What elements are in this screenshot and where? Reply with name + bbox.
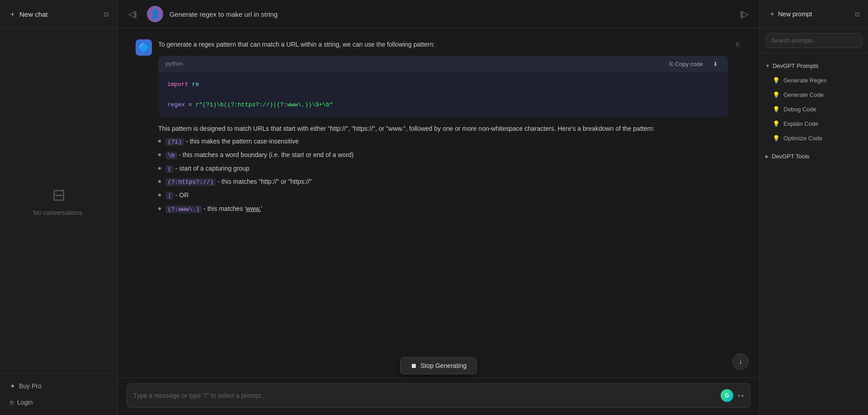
devgpt-prompts-header[interactable]: ▼ DevGPT Prompts ✎ 🗑 (760, 58, 868, 73)
expand-panel-button[interactable]: ⊡ (101, 8, 112, 20)
bullet-text: - start of a capturing group (174, 165, 250, 172)
bot-icon: 🔷 (138, 42, 150, 53)
prompt-item-generate-code[interactable]: 💡 Generate Code 🗑 (760, 87, 868, 102)
login-button[interactable]: ⎋ Login (5, 395, 112, 410)
list-item: ( - start of a capturing group (158, 163, 728, 174)
chat-input[interactable] (133, 392, 716, 399)
plus-icon: ＋ (9, 10, 16, 19)
code-snippet: (?i) (165, 138, 184, 146)
devgpt-prompts-items: 💡 Generate Regex 🗑 💡 Generate Code 🗑 💡 D… (760, 73, 868, 145)
chevron-right-icon: ▶ (765, 154, 769, 159)
delete-category-button[interactable]: 🗑 (854, 152, 863, 160)
copy-icon: ⎘ (670, 61, 673, 67)
list-item: | - OR (158, 190, 728, 201)
bullet-dot (158, 153, 161, 156)
bullet-dot (158, 207, 161, 210)
new-prompt-button[interactable]: ＋ New prompt (765, 7, 848, 21)
stop-icon: ⏹ (410, 362, 417, 369)
prompt-label: Optimize Code (783, 135, 822, 142)
prompt-label: Explain Code (783, 120, 818, 127)
login-label: Login (17, 399, 33, 406)
stop-generating-button[interactable]: ⏹ Stop Generating (400, 357, 477, 374)
buy-pro-label: Buy Pro (19, 382, 42, 390)
prompts-list: ▼ DevGPT Prompts ✎ 🗑 💡 Generate Regex 🗑 … (760, 53, 868, 415)
list-item: (?:https?://) - this matches "http://" o… (158, 176, 728, 187)
new-chat-button[interactable]: ＋ New chat (5, 7, 97, 21)
code-actions: ⎘ Copy code ⬇ (667, 59, 721, 69)
prompt-item-generate-regex[interactable]: 💡 Generate Regex 🗑 (760, 73, 868, 87)
gemini-icon: G (721, 389, 733, 402)
copy-label: Copy code (675, 61, 703, 67)
prompt-item-explain-code[interactable]: 💡 Explain Code 🗑 (760, 116, 868, 131)
left-sidebar: ＋ New chat ⊡ ⊟ No conversations. ✦ Buy P… (0, 0, 118, 415)
search-prompts-input[interactable] (765, 33, 863, 48)
code-block: python ⎘ Copy code ⬇ import re regex = r… (158, 56, 728, 117)
buy-pro-button[interactable]: ✦ Buy Pro (5, 379, 112, 393)
prompt-label: Generate Code (783, 91, 824, 98)
user-avatar: 👤 (147, 6, 163, 22)
bulb-icon: 💡 (773, 91, 780, 98)
delete-prompt-button[interactable]: 🗑 (854, 119, 863, 128)
collapse-left-button[interactable]: ◁| (125, 7, 141, 21)
stop-label: Stop Generating (420, 362, 467, 369)
prompt-item-optimize-code[interactable]: 💡 Optimize Code 🗑 (760, 131, 868, 145)
devgpt-prompts-category: ▼ DevGPT Prompts ✎ 🗑 💡 Generate Regex 🗑 … (760, 57, 868, 147)
expand-right-panel-button[interactable]: ⊡ (852, 8, 863, 20)
chat-title: Generate regex to make url in string (170, 10, 278, 18)
new-prompt-label: New prompt (778, 10, 812, 18)
panel-icon: ⊡ (104, 11, 109, 18)
edit-category-button[interactable]: ✎ (844, 62, 852, 70)
delete-prompt-button[interactable]: 🗑 (854, 76, 863, 84)
scroll-down-button[interactable]: ↓ (732, 353, 749, 370)
chevron-down-icon: ▼ (765, 63, 770, 68)
delete-prompt-button[interactable]: 🗑 (854, 134, 863, 142)
left-top-bar: ＋ New chat ⊡ (0, 0, 117, 29)
loading-dot-1 (738, 395, 740, 397)
delete-prompt-button[interactable]: 🗑 (854, 91, 863, 99)
no-conversations-label: No conversations. (33, 209, 84, 216)
edit-category-button[interactable]: ✎ (844, 152, 852, 160)
chat-off-icon: ⊟ (52, 186, 66, 205)
code-snippet: ( (165, 165, 174, 173)
list-item: (?i) - this makes the pattern case-insen… (158, 136, 728, 147)
code-snippet: | (165, 192, 174, 200)
download-icon: ⬇ (713, 61, 718, 67)
prompt-label: Generate Regex (783, 77, 826, 84)
loading-dot-2 (741, 395, 744, 397)
prompt-item-debug-code[interactable]: 💡 Debug Code 🗑 (760, 102, 868, 116)
assistant-message: 🔷 To generate a regex pattern that can m… (136, 39, 741, 217)
chat-input-bar: G (118, 377, 760, 415)
bullet-text: - OR (174, 191, 189, 199)
bulb-icon: 💡 (773, 77, 780, 84)
bullet-text: - this makes the pattern case-insensitiv… (184, 138, 299, 145)
category-name: DevGPT Tools (772, 153, 809, 160)
assistant-avatar: 🔷 (136, 39, 152, 56)
code-snippet: (?:https?://) (165, 178, 216, 186)
bullet-text: - this matches "http://" or "https://" (216, 178, 311, 185)
stop-generating-overlay: ⏹ Stop Generating (400, 357, 477, 374)
panel-expand-icon: ⊡ (855, 11, 860, 18)
bullet-text: - this matches a word boundary (i.e. the… (177, 151, 354, 158)
bullet-dot (158, 140, 161, 143)
copy-code-button[interactable]: ⎘ Copy code (667, 59, 706, 69)
chat-messages: 🔷 To generate a regex pattern that can m… (118, 29, 760, 377)
right-sidebar: ＋ New prompt ⊡ ▼ DevGPT Prompts ✎ 🗑 💡 (760, 0, 868, 415)
no-conversations-area: ⊟ No conversations. (0, 29, 117, 373)
message-actions: ⎘ (734, 39, 741, 50)
chat-header: ◁| 👤 Generate regex to make url in strin… (118, 0, 760, 29)
code-snippet: \b (165, 152, 177, 159)
bulb-icon: 💡 (773, 120, 780, 127)
collapse-right-button[interactable]: |▷ (736, 7, 752, 21)
delete-category-button[interactable]: 🗑 (854, 62, 863, 70)
devgpt-tools-header[interactable]: ▶ DevGPT Tools ✎ 🗑 (760, 149, 868, 163)
code-block-header: python ⎘ Copy code ⬇ (158, 56, 728, 72)
message-intro: To generate a regex pattern that can mat… (158, 39, 728, 49)
bulb-icon: 💡 (773, 135, 780, 142)
delete-prompt-button[interactable]: 🗑 (854, 105, 863, 113)
copy-message-button[interactable]: ⎘ (734, 39, 741, 50)
bullet-dot (158, 180, 161, 183)
bulb-icon: 💡 (773, 106, 780, 113)
chevron-down-icon: ↓ (739, 358, 742, 366)
prompt-label: Debug Code (783, 106, 816, 113)
download-code-button[interactable]: ⬇ (710, 59, 721, 69)
